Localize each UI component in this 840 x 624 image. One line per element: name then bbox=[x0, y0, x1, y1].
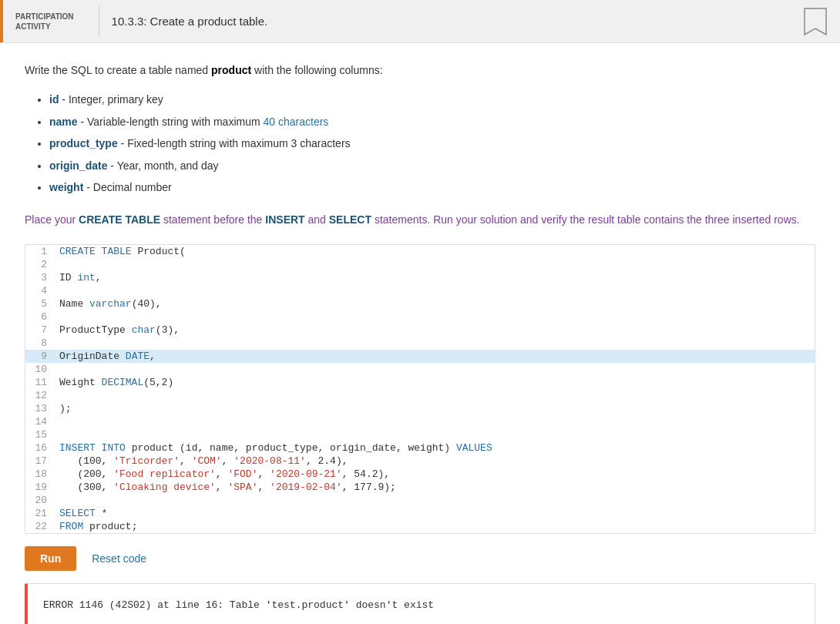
intro-paragraph: Write the SQL to create a table named pr… bbox=[25, 62, 815, 79]
list-item: product_type - Fixed-length string with … bbox=[49, 135, 815, 152]
code-line-9: 9 OriginDate DATE, bbox=[25, 350, 815, 363]
activity-title: 10.3.3: Create a product table. bbox=[112, 15, 803, 28]
code-line-3: 3 ID int, bbox=[25, 271, 815, 284]
code-line-19: 19 (300, 'Cloaking device', 'SPA', '2019… bbox=[25, 481, 815, 494]
code-line-10: 10 bbox=[25, 363, 815, 376]
code-line-5: 5 Name varchar(40), bbox=[25, 297, 815, 310]
code-line-21: 21 SELECT * bbox=[25, 507, 815, 520]
page-wrapper: PARTICIPATION ACTIVITY 10.3.3: Create a … bbox=[0, 0, 840, 624]
output-box: ERROR 1146 (42S02) at line 16: Table 'te… bbox=[25, 583, 815, 624]
main-content: Write the SQL to create a table named pr… bbox=[0, 43, 840, 624]
list-item: id - Integer, primary key bbox=[49, 91, 815, 108]
code-line-22: 22 FROM product; bbox=[25, 520, 815, 533]
keyword-create: CREATE TABLE bbox=[79, 213, 160, 226]
badge-line1: PARTICIPATION bbox=[15, 12, 74, 21]
badge-line2: ACTIVITY bbox=[15, 22, 51, 31]
header-divider bbox=[99, 6, 99, 37]
field-origin-date: origin_date bbox=[49, 159, 107, 172]
list-item: weight - Decimal number bbox=[49, 179, 815, 196]
code-line-20: 20 bbox=[25, 494, 815, 507]
run-button[interactable]: Run bbox=[25, 546, 76, 571]
code-line-8: 8 bbox=[25, 337, 815, 350]
bookmark-icon[interactable] bbox=[803, 7, 828, 36]
reset-button[interactable]: Reset code bbox=[92, 552, 146, 565]
code-line-7: 7 ProductType char(3), bbox=[25, 324, 815, 337]
code-line-16: 16 INSERT INTO product (id, name, produc… bbox=[25, 441, 815, 455]
button-row: Run Reset code bbox=[25, 546, 815, 571]
list-item: name - Variable-length string with maxim… bbox=[49, 113, 815, 130]
code-lines: 1 CREATE TABLE Product( 2 3 ID int, 4 5 bbox=[25, 245, 815, 533]
place-note: Place your CREATE TABLE statement before… bbox=[25, 211, 815, 228]
keyword-insert: INSERT bbox=[265, 213, 304, 226]
code-line-17: 17 (100, 'Tricorder', 'COM', '2020-08-11… bbox=[25, 455, 815, 468]
badge-text: PARTICIPATION ACTIVITY bbox=[15, 12, 74, 32]
code-editor[interactable]: 1 CREATE TABLE Product( 2 3 ID int, 4 5 bbox=[25, 244, 815, 534]
keyword-select: SELECT bbox=[329, 213, 371, 226]
field-product-type: product_type bbox=[49, 137, 118, 149]
header: PARTICIPATION ACTIVITY 10.3.3: Create a … bbox=[0, 0, 840, 43]
field-weight: weight bbox=[49, 181, 83, 193]
code-line-11: 11 Weight DECIMAL(5,2) bbox=[25, 376, 815, 389]
error-output: ERROR 1146 (42S02) at line 16: Table 'te… bbox=[43, 599, 434, 611]
code-line-13: 13 ); bbox=[25, 402, 815, 415]
code-line-15: 15 bbox=[25, 428, 815, 441]
code-line-12: 12 bbox=[25, 389, 815, 402]
table-name-bold: product bbox=[211, 64, 251, 76]
field-name: name bbox=[49, 116, 78, 128]
activity-badge: PARTICIPATION ACTIVITY bbox=[0, 0, 86, 42]
column-list: id - Integer, primary key name - Variabl… bbox=[49, 91, 815, 196]
code-line-6: 6 bbox=[25, 310, 815, 324]
field-id: id bbox=[49, 93, 59, 106]
highlight-40: 40 characters bbox=[264, 116, 329, 128]
code-line-14: 14 bbox=[25, 415, 815, 428]
code-line-1: 1 CREATE TABLE Product( bbox=[25, 245, 815, 258]
code-line-2: 2 bbox=[25, 258, 815, 271]
list-item: origin_date - Year, month, and day bbox=[49, 157, 815, 174]
code-line-4: 4 bbox=[25, 284, 815, 297]
code-line-18: 18 (200, 'Food replicator', 'FOD', '2020… bbox=[25, 468, 815, 481]
